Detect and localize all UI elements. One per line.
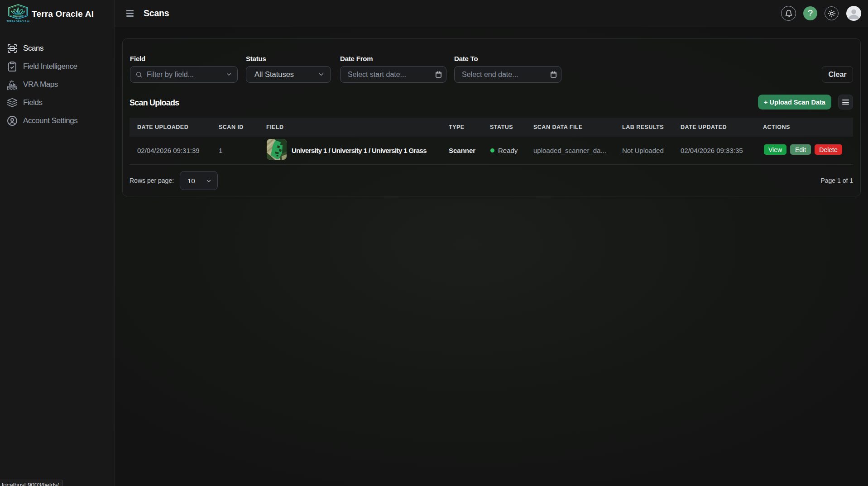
svg-text:TERRA ORACLE AI: TERRA ORACLE AI xyxy=(7,20,30,23)
